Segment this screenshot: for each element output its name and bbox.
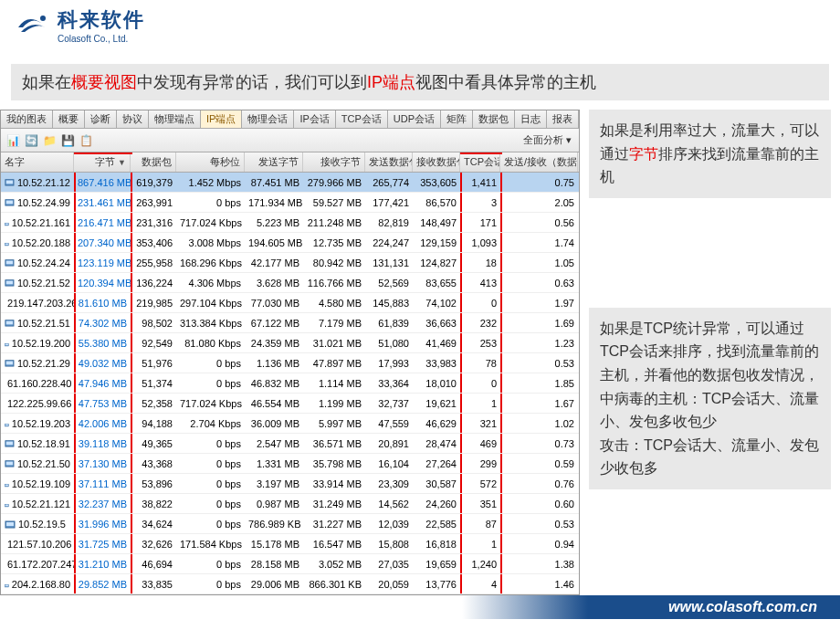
table-row[interactable]: 10.52.19.200 55.380 MB 92,549 81.080 Kbp… bbox=[1, 333, 579, 353]
ip-icon bbox=[5, 177, 15, 188]
ip-icon bbox=[5, 338, 9, 349]
svg-rect-28 bbox=[6, 441, 13, 445]
tab-12[interactable]: 日志 bbox=[515, 110, 547, 128]
svg-rect-4 bbox=[6, 200, 13, 204]
svg-point-0 bbox=[40, 16, 46, 21]
tab-3[interactable]: 协议 bbox=[117, 110, 149, 128]
svg-rect-6 bbox=[5, 223, 8, 225]
tab-5[interactable]: IP端点 bbox=[201, 110, 242, 128]
toolbar-icon-3[interactable]: 📁 bbox=[41, 132, 58, 149]
filter-dropdown[interactable]: 全面分析 ▾ bbox=[523, 133, 575, 147]
toolbar-icon-2[interactable]: 🔄 bbox=[23, 132, 39, 149]
th-packets[interactable]: 数据包 bbox=[131, 152, 176, 172]
tab-2[interactable]: 诊断 bbox=[85, 110, 117, 128]
th-recvpackets[interactable]: 接收数据包 bbox=[413, 152, 460, 172]
tab-1[interactable]: 概要 bbox=[53, 110, 85, 128]
th-sendbytes[interactable]: 发送字节 bbox=[245, 152, 303, 172]
toolbar-icon-4[interactable]: 💾 bbox=[59, 132, 76, 149]
tab-8[interactable]: TCP会话 bbox=[336, 110, 388, 128]
svg-rect-12 bbox=[6, 280, 13, 284]
table-row[interactable]: 10.52.21.12 867.416 MB 619,379 1.452 Mbp… bbox=[1, 173, 579, 193]
annotations: 如果是利用率过大，流量大，可以通过字节排序来找到流量靠前的主机 如果是TCP统计… bbox=[580, 110, 840, 595]
footer-url: www.colasoft.com.cn bbox=[0, 595, 840, 619]
table-row[interactable]: 10.52.19.109 37.111 MB 53,896 0 bps 3.19… bbox=[1, 474, 579, 494]
ip-icon bbox=[5, 499, 9, 509]
th-bytes[interactable]: 字节 ▼ bbox=[74, 152, 131, 172]
ip-icon bbox=[5, 438, 15, 449]
ip-icon bbox=[5, 237, 9, 248]
table-row[interactable]: 10.52.24.24 123.119 MB 255,958 168.296 K… bbox=[1, 253, 579, 273]
tab-11[interactable]: 数据包 bbox=[473, 110, 515, 128]
ip-icon bbox=[5, 257, 15, 268]
table-row[interactable]: 219.147.203.26 81.610 MB 219,985 297.104… bbox=[1, 293, 579, 313]
tab-13[interactable]: 报表 bbox=[547, 110, 579, 128]
annotation-1: 如果是利用率过大，流量大，可以通过字节排序来找到流量靠前的主机 bbox=[589, 110, 831, 198]
svg-rect-42 bbox=[5, 584, 8, 586]
ip-icon bbox=[5, 217, 9, 228]
th-ratio[interactable]: 发送/接收（数据包）比率 bbox=[500, 152, 578, 172]
tabs-row: 我的图表概要诊断协议物理端点IP端点物理会话IP会话TCP会话UDP会话矩阵数据… bbox=[1, 110, 579, 129]
th-name[interactable]: 名字 bbox=[1, 152, 74, 172]
tab-0[interactable]: 我的图表 bbox=[1, 110, 53, 128]
table-row[interactable]: 10.52.19.203 42.006 MB 94,188 2.704 Kbps… bbox=[1, 414, 579, 434]
svg-rect-32 bbox=[5, 484, 8, 486]
ip-icon bbox=[5, 278, 15, 289]
logo-text-cn: 科来软件 bbox=[58, 6, 145, 34]
ip-icon bbox=[5, 478, 9, 489]
tab-9[interactable]: UDP会话 bbox=[388, 110, 441, 128]
table-row[interactable]: 121.57.10.206 31.725 MB 32,626 171.584 K… bbox=[1, 534, 579, 554]
ip-icon bbox=[5, 358, 15, 369]
instruction-text: 如果在概要视图中发现有异常的话，我们可以到IP端点视图中看具体异常的主机 bbox=[11, 64, 829, 100]
table-header: 名字 字节 ▼ 数据包 每秒位 发送字节 接收字节 发送数据包 接收数据包 TC… bbox=[1, 152, 579, 173]
svg-rect-10 bbox=[6, 260, 13, 264]
table-body: 10.52.21.12 867.416 MB 619,379 1.452 Mbp… bbox=[1, 173, 579, 594]
svg-rect-20 bbox=[6, 361, 13, 364]
th-recvbytes[interactable]: 接收字节 bbox=[303, 152, 365, 172]
table-row[interactable]: 10.52.21.51 74.302 MB 98,502 313.384 Kbp… bbox=[1, 313, 579, 333]
table-row[interactable]: 10.52.24.99 231.461 MB 263,991 0 bps 171… bbox=[1, 193, 579, 213]
toolbar-icon-1[interactable]: 📊 bbox=[5, 132, 21, 149]
table-row[interactable]: 10.52.18.91 39.118 MB 49,365 0 bps 2.547… bbox=[1, 434, 579, 454]
tab-6[interactable]: 物理会话 bbox=[242, 110, 294, 128]
table-row[interactable]: 61.172.207.247 31.210 MB 46,694 0 bps 28… bbox=[1, 554, 579, 574]
ip-icon bbox=[5, 579, 9, 590]
ip-icon bbox=[5, 318, 15, 329]
svg-rect-36 bbox=[6, 522, 14, 526]
svg-rect-34 bbox=[5, 504, 8, 506]
table-row[interactable]: 10.52.20.188 207.340 MB 353,406 3.008 Mb… bbox=[1, 233, 579, 253]
header-logo: 科来软件 Colasoft Co., Ltd. bbox=[0, 0, 840, 50]
tab-10[interactable]: 矩阵 bbox=[441, 110, 473, 128]
ip-icon bbox=[5, 197, 15, 208]
table-row[interactable]: 10.52.19.5 31.996 MB 34,624 0 bps 786.98… bbox=[1, 514, 579, 534]
th-bps[interactable]: 每秒位 bbox=[176, 152, 245, 172]
ip-icon bbox=[5, 418, 9, 429]
svg-rect-26 bbox=[5, 424, 8, 425]
toolbar: 📊 🔄 📁 💾 📋 全面分析 ▾ bbox=[1, 129, 579, 152]
svg-rect-16 bbox=[6, 320, 13, 324]
svg-rect-8 bbox=[5, 243, 8, 245]
tab-7[interactable]: IP会话 bbox=[294, 110, 335, 128]
ip-endpoint-table: 我的图表概要诊断协议物理端点IP端点物理会话IP会话TCP会话UDP会话矩阵数据… bbox=[0, 110, 580, 595]
table-row[interactable]: 10.52.21.52 120.394 MB 136,224 4.306 Mbp… bbox=[1, 273, 579, 293]
svg-rect-30 bbox=[6, 461, 13, 465]
table-row[interactable]: 122.225.99.66 47.753 MB 52,358 717.024 K… bbox=[1, 394, 579, 414]
colasoft-logo-icon bbox=[14, 9, 50, 41]
ip-icon bbox=[5, 458, 15, 469]
th-tcp[interactable]: TCP会话 bbox=[460, 152, 500, 172]
tab-4[interactable]: 物理端点 bbox=[149, 110, 201, 128]
table-row[interactable]: 10.52.21.50 37.130 MB 43,368 0 bps 1.331… bbox=[1, 454, 579, 474]
ip-icon bbox=[5, 519, 16, 530]
toolbar-icon-5[interactable]: 📋 bbox=[78, 132, 94, 149]
logo-text-en: Colasoft Co., Ltd. bbox=[58, 34, 145, 44]
th-sendpackets[interactable]: 发送数据包 bbox=[365, 152, 413, 172]
table-row[interactable]: 10.52.21.121 32.237 MB 38,822 0 bps 0.98… bbox=[1, 494, 579, 514]
table-row[interactable]: 61.160.228.40 47.946 MB 51,374 0 bps 46.… bbox=[1, 373, 579, 394]
table-row[interactable]: 10.52.21.29 49.032 MB 51,976 0 bps 1.136… bbox=[1, 353, 579, 373]
svg-rect-18 bbox=[5, 343, 8, 345]
annotation-2: 如果是TCP统计异常，可以通过TCP会话来排序，找到流量靠前的主机，并看他的数据… bbox=[589, 308, 831, 489]
table-row[interactable]: 204.2.168.80 29.852 MB 33,835 0 bps 29.0… bbox=[1, 574, 579, 594]
table-row[interactable]: 10.52.21.161 216.471 MB 231,316 717.024 … bbox=[1, 213, 579, 233]
svg-rect-2 bbox=[6, 180, 13, 184]
